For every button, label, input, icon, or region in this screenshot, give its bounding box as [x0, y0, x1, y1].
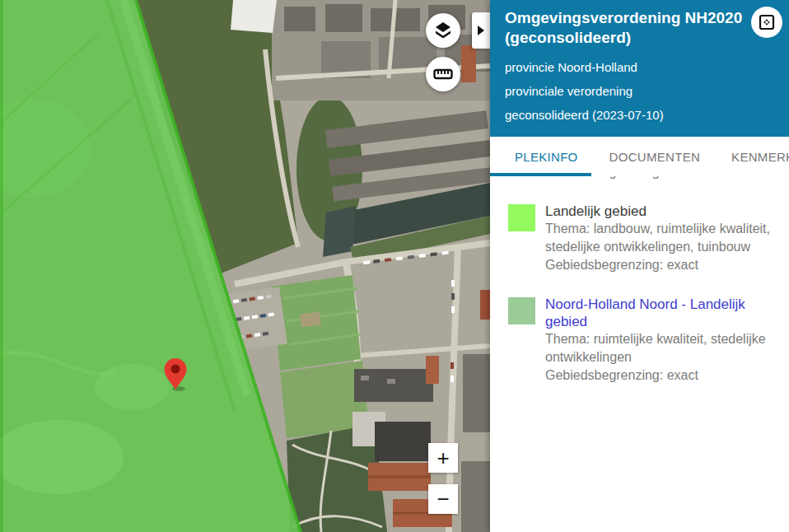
pan-view-icon — [758, 13, 776, 31]
measure-button[interactable] — [426, 57, 460, 91]
panel-collapse-handle[interactable] — [472, 12, 490, 49]
zoom-out-button[interactable]: − — [428, 484, 458, 514]
legend-item-title-link[interactable]: Noord-Holland Noord - Landelijk gebied — [545, 296, 786, 330]
clipped-text: Gebiedsbegrenzing: exact — [545, 176, 698, 181]
consolidation-date-label: geconsolideerd (2023-07-10) — [505, 103, 743, 127]
legend-swatch — [508, 204, 535, 231]
white-building — [231, 0, 277, 33]
zoom-to-extent-button[interactable] — [751, 7, 782, 38]
legend-item-thema: Thema: ruimtelijke kwaliteit, stedelijke… — [545, 330, 786, 366]
legend-item-begrenzing: Gebiedsbegrenzing: exact — [545, 256, 786, 274]
panel-header: Omgevingsverordening NH2020 (geconsolide… — [490, 0, 789, 137]
document-type-label: provinciale verordening — [505, 79, 743, 103]
info-panel: Omgevingsverordening NH2020 (geconsolide… — [490, 0, 789, 532]
legend-item-landelijk-gebied: Landelijk gebied Thema: landbouw, ruimte… — [508, 203, 786, 274]
map-viewer-app: + − Omgevingsverordening NH2020 (geconso… — [0, 0, 789, 532]
tab-plekinfo[interactable]: PLEKINFO — [515, 150, 578, 164]
plekinfo-content[interactable]: Gebiedsbegrenzing: exact Landelijk gebie… — [490, 176, 789, 532]
legend-swatch — [508, 297, 535, 324]
layers-icon — [432, 20, 454, 41]
document-title: Omgevingsverordening NH2020 (geconsolide… — [505, 8, 743, 48]
map-area[interactable]: + − — [0, 0, 490, 532]
tab-documenten[interactable]: DOCUMENTEN — [609, 150, 701, 164]
legend-item-begrenzing: Gebiedsbegrenzing: exact — [545, 366, 786, 385]
aerial-basemap[interactable] — [0, 0, 490, 532]
legend-item-title: Landelijk gebied — [545, 203, 786, 220]
authority-label: provincie Noord-Holland — [505, 55, 743, 79]
tab-kenmerken[interactable]: KENMERKEN — [731, 150, 789, 164]
zoom-in-button[interactable]: + — [428, 443, 458, 473]
ruler-icon — [432, 63, 454, 85]
legend-item-nhn-landelijk-gebied: Noord-Holland Noord - Landelijk gebied T… — [508, 296, 786, 385]
legend-item-thema: Thema: landbouw, ruimtelijke kwaliteit, … — [545, 220, 786, 256]
scrolled-item-remnant: Gebiedsbegrenzing: exact — [545, 176, 789, 181]
panel-tabbar: PLEKINFO DOCUMENTEN KENMERKEN — [490, 137, 789, 176]
layers-button[interactable] — [426, 13, 460, 48]
chevron-right-icon — [478, 26, 484, 35]
